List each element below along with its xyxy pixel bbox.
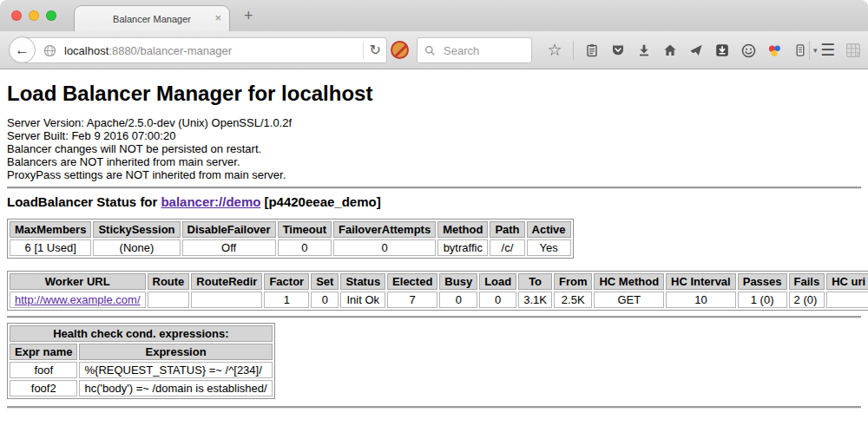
col-hc-interval: HC Interval	[666, 273, 736, 290]
col-failoverattempts: FailoverAttempts	[333, 221, 436, 238]
cell-busy: 0	[439, 292, 477, 308]
zoom-window-button[interactable]	[46, 10, 56, 21]
heading-prefix: LoadBalancer Status for	[7, 194, 157, 209]
smiley-extension-icon[interactable]	[740, 43, 756, 58]
table-header-row: Expr name Expression	[10, 344, 273, 360]
col-stickysession: StickySession	[93, 221, 180, 238]
close-window-button[interactable]	[11, 10, 22, 21]
cell-elected: 7	[387, 292, 437, 308]
cell-passes: 1 (0)	[738, 292, 787, 308]
col-expression: Expression	[79, 344, 272, 360]
cell-fails: 2 (0)	[789, 292, 825, 308]
tab-bar: Balancer Manager × +	[0, 0, 868, 31]
cell-timeout: 0	[278, 239, 332, 256]
divider-rule	[7, 316, 861, 318]
session-manager-icon[interactable]	[792, 43, 808, 58]
col-worker-url: Worker URL	[10, 273, 146, 290]
window-controls	[11, 10, 56, 21]
cell-maxmembers: 6 [1 Used]	[10, 239, 91, 256]
cell-stickysession: (None)	[93, 239, 180, 256]
navigation-toolbar: ← localhost:8880/balancer-manager ↻ ☆	[0, 31, 868, 69]
worker-row: http://www.example.com/ 1 0 Init Ok 7 0 …	[10, 292, 868, 308]
col-passes: Passes	[738, 273, 787, 290]
pocket-icon[interactable]	[610, 43, 626, 58]
tab-close-icon[interactable]: ×	[214, 12, 221, 24]
health-check-table: Health check cond. expressions: Expr nam…	[7, 323, 275, 399]
cell-hc-uri	[826, 292, 868, 308]
colored-dots-extension-icon[interactable]	[766, 43, 782, 58]
send-plane-icon[interactable]	[688, 43, 704, 58]
page-title: Load Balancer Manager for localhost	[7, 82, 861, 106]
cell-status: Init Ok	[340, 292, 385, 308]
heading-suffix: [p4420eeae_demo]	[264, 194, 380, 209]
col-active: Active	[527, 221, 571, 238]
col-busy: Busy	[439, 273, 477, 290]
cell-method: bytraffic	[437, 239, 488, 256]
balancer-status-heading: LoadBalancer Status forbalancer://demo[p…	[7, 194, 861, 209]
extension-download-square-icon[interactable]	[714, 43, 730, 58]
table-header-row: MaxMembers StickySession DisableFailover…	[10, 221, 571, 238]
minimize-window-button[interactable]	[29, 10, 39, 21]
col-fails: Fails	[789, 273, 825, 290]
toolbar-divider	[573, 41, 574, 60]
worker-table: Worker URL Route RouteRedir Factor Set S…	[7, 271, 868, 311]
toolbar-divider-right	[809, 41, 810, 60]
col-route: Route	[148, 273, 190, 290]
col-path: Path	[490, 221, 524, 238]
col-elected: Elected	[387, 273, 437, 290]
menu-hamburger-icon[interactable]: ☰	[820, 43, 835, 58]
col-from: From	[554, 273, 593, 290]
back-arrow-icon: ←	[15, 42, 30, 59]
reload-icon[interactable]: ↻	[370, 43, 381, 57]
back-button[interactable]: ←	[9, 36, 36, 63]
site-identity-globe-icon[interactable]	[43, 44, 56, 57]
tab-groups-icon[interactable]	[845, 43, 861, 58]
col-factor: Factor	[264, 273, 309, 290]
col-hc-uri: HC uri	[826, 273, 868, 290]
cell-active: Yes	[527, 239, 571, 256]
server-version-line: Server Version: Apache/2.5.0-dev (Unix) …	[7, 116, 861, 129]
new-tab-button[interactable]: +	[244, 7, 253, 25]
url-host: localhost	[64, 44, 108, 57]
bookmark-star-icon[interactable]: ☆	[547, 43, 562, 58]
cell-disablefailover: Off	[182, 239, 276, 256]
cell-expression: hc('body') =~ /domain is established/	[79, 380, 272, 397]
worker-url-link[interactable]: http://www.example.com/	[15, 293, 141, 306]
cell-expr-name: foof	[10, 362, 77, 378]
url-text: localhost:8880/balancer-manager	[64, 44, 357, 57]
proxypass-inherit-note: ProxyPass settings are NOT inherited fro…	[7, 168, 861, 181]
balancer-demo-link[interactable]: balancer://demo	[161, 194, 260, 209]
menu-area: ☰	[809, 37, 861, 63]
cell-set: 0	[311, 292, 339, 308]
divider-rule	[7, 187, 861, 188]
col-status: Status	[340, 273, 385, 290]
search-input[interactable]	[442, 43, 524, 58]
url-path: :8880/balancer-manager	[108, 44, 232, 57]
cell-load: 0	[479, 292, 516, 308]
balancer-persist-note: Balancer changes will NOT be persisted o…	[7, 142, 861, 155]
cell-worker-url: http://www.example.com/	[10, 292, 146, 308]
col-disablefailover: DisableFailover	[182, 221, 276, 238]
cell-factor: 1	[264, 292, 309, 308]
url-bar[interactable]: localhost:8880/balancer-manager ↻	[23, 37, 387, 63]
col-timeout: Timeout	[278, 221, 332, 238]
downloads-icon[interactable]	[636, 43, 652, 58]
bottom-rule	[7, 406, 861, 408]
balancer-settings-table: MaxMembers StickySession DisableFailover…	[7, 219, 574, 259]
url-divider	[363, 42, 364, 59]
page-content: Load Balancer Manager for localhost Serv…	[0, 82, 868, 408]
home-icon[interactable]	[662, 43, 678, 58]
toolbar-actions: ☆	[547, 37, 818, 63]
search-bar[interactable]	[417, 37, 532, 63]
cell-hc-interval: 10	[666, 292, 736, 308]
server-built-line: Server Built: Feb 9 2016 07:00:20	[7, 129, 861, 142]
tab-balancer-manager[interactable]: Balancer Manager ×	[74, 5, 230, 31]
content-blocked-icon[interactable]	[391, 41, 409, 59]
col-routeredir: RouteRedir	[191, 273, 262, 290]
reading-list-clipboard-icon[interactable]	[584, 43, 600, 58]
balancer-inherit-note: Balancers are NOT inherited from main se…	[7, 155, 861, 168]
cell-expr-name: foof2	[10, 380, 77, 397]
cell-failoverattempts: 0	[333, 239, 436, 256]
table-title-row: Health check cond. expressions:	[10, 325, 273, 342]
tab-title: Balancer Manager	[113, 14, 191, 24]
